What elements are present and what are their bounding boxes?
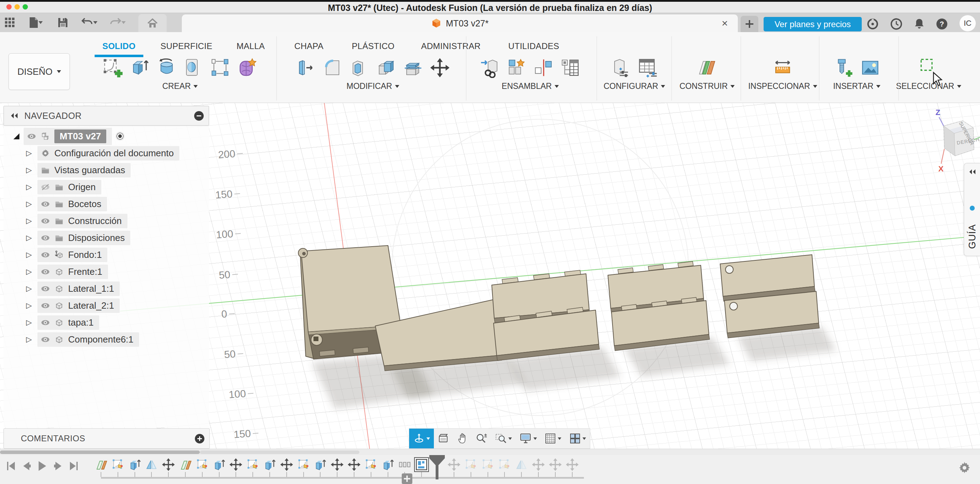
timeline-feature-mirror[interactable] <box>145 458 158 471</box>
new-tab-button[interactable] <box>741 16 758 32</box>
orbit-button[interactable] <box>409 428 434 448</box>
grid-settings-button[interactable] <box>541 428 565 448</box>
timeline-feature-move[interactable] <box>280 458 293 471</box>
expand-arrow-icon[interactable]: ▷ <box>25 149 33 157</box>
timeline-feature-move-suppressed[interactable] <box>531 458 545 471</box>
box-lid[interactable] <box>301 246 401 332</box>
notifications-bell-icon[interactable] <box>912 17 926 31</box>
timeline-group-expand-button[interactable] <box>402 473 412 484</box>
insert-fastener-icon[interactable] <box>833 57 854 78</box>
extrude-icon[interactable] <box>130 57 150 78</box>
timeline-feature-extrude[interactable] <box>313 458 327 471</box>
visibility-eye-icon[interactable] <box>27 132 37 141</box>
tab-superficie[interactable]: SUPERFICIE <box>160 41 212 51</box>
group-label-insertar[interactable]: INSERTAR <box>833 81 880 91</box>
look-at-button[interactable] <box>434 428 453 448</box>
tree-row[interactable]: ▷Lateral_2:1 <box>3 297 209 314</box>
collapse-icon[interactable] <box>968 168 977 175</box>
document-tab[interactable]: MT03 v27* × <box>182 14 738 32</box>
display-settings-button[interactable] <box>516 428 541 448</box>
guide-panel-tab[interactable]: GUÍA <box>964 163 980 256</box>
user-avatar[interactable]: IC <box>959 15 976 32</box>
file-menu-button[interactable] <box>25 16 46 30</box>
timeline-feature-move[interactable] <box>229 458 243 471</box>
go-to-start-button[interactable] <box>4 459 18 473</box>
visibility-eye-icon[interactable] <box>41 318 50 327</box>
zoom-window-button[interactable] <box>491 428 516 448</box>
extensions-icon[interactable] <box>865 17 880 31</box>
group-label-seleccionar[interactable]: SELECCIONAR <box>896 81 961 91</box>
group-label-configurar[interactable]: CONFIGURAR <box>604 81 665 91</box>
step-forward-button[interactable] <box>51 459 65 473</box>
expand-arrow-icon[interactable]: ▷ <box>25 200 33 208</box>
timeline-feature-sketch[interactable] <box>297 458 310 471</box>
group-label-inspeccionar[interactable]: INSPECCIONAR <box>748 81 817 91</box>
timeline-feature-plane[interactable] <box>179 458 192 471</box>
bom-table-icon[interactable] <box>560 57 581 78</box>
visibility-eye-icon[interactable] <box>41 301 50 311</box>
laser-cut-parts[interactable] <box>298 246 819 371</box>
timeline-feature-mirror-suppressed[interactable] <box>515 458 528 471</box>
timeline-feature-move-suppressed[interactable] <box>549 458 562 471</box>
visibility-eye-icon[interactable] <box>41 233 50 243</box>
collapse-icon[interactable] <box>10 112 19 120</box>
joint-icon[interactable] <box>533 57 554 78</box>
tree-row-root[interactable]: MT03 v27 <box>3 128 209 144</box>
undo-icon[interactable] <box>78 16 100 30</box>
timeline-feature-move[interactable] <box>162 458 175 471</box>
visibility-eye-icon[interactable] <box>41 199 50 209</box>
timeline-feature-extrude[interactable] <box>381 458 395 471</box>
zoom-button[interactable] <box>472 428 491 448</box>
go-to-end-button[interactable] <box>67 459 81 473</box>
pattern-icon[interactable] <box>210 57 231 78</box>
design-workspace-dropdown[interactable]: DISEÑO <box>8 53 70 90</box>
insert-image-icon[interactable] <box>860 57 880 78</box>
viewports-button[interactable] <box>565 428 590 448</box>
help-icon[interactable]: ? <box>935 17 949 31</box>
insert-derive-icon[interactable] <box>480 57 500 78</box>
visibility-eye-icon[interactable] <box>41 284 50 294</box>
scrollbar-thumb[interactable] <box>0 451 200 454</box>
timeline-feature-sketch[interactable] <box>196 458 209 471</box>
press-pull-icon[interactable] <box>296 57 316 78</box>
job-status-clock-icon[interactable] <box>889 17 904 31</box>
fillet-icon[interactable] <box>322 57 343 78</box>
timeline-playhead-stem[interactable] <box>436 458 439 479</box>
shell-icon[interactable] <box>349 57 370 78</box>
timeline-feature-extrude[interactable] <box>263 458 277 471</box>
add-comment-button[interactable] <box>195 434 204 443</box>
configuration-table-icon[interactable] <box>638 57 658 78</box>
visibility-eye-icon[interactable] <box>41 182 50 192</box>
tab-malla[interactable]: MALLA <box>237 41 265 51</box>
group-label-crear[interactable]: CREAR <box>162 81 198 91</box>
move-copy-icon[interactable] <box>430 57 450 78</box>
expand-arrow-icon[interactable]: ▷ <box>25 251 33 259</box>
timeline-feature-move[interactable] <box>347 458 361 471</box>
redo-icon[interactable] <box>107 16 129 30</box>
visibility-eye-icon[interactable] <box>41 335 50 344</box>
expand-arrow-icon[interactable]: ▷ <box>25 318 33 327</box>
home-tab[interactable] <box>138 14 167 32</box>
tree-row[interactable]: ▷Origen <box>3 178 209 195</box>
visibility-eye-icon[interactable] <box>41 216 50 226</box>
tree-row[interactable]: ▷Vistas guardadas <box>3 162 209 178</box>
tree-row[interactable]: ▷Lateral_1:1 <box>3 280 209 297</box>
timeline-feature-extrude[interactable] <box>128 458 142 471</box>
timeline-feature-pattern[interactable] <box>398 458 411 471</box>
timeline-feature-sketch[interactable] <box>364 458 378 471</box>
tab-utilidades[interactable]: UTILIDADES <box>508 41 559 51</box>
close-tab-icon[interactable]: × <box>719 17 731 29</box>
split-body-icon[interactable] <box>403 57 423 78</box>
create-form-icon[interactable] <box>237 57 257 78</box>
timeline-feature-sketch[interactable] <box>111 458 125 471</box>
combine-icon[interactable] <box>376 57 396 78</box>
measure-icon[interactable] <box>772 57 793 78</box>
timeline-feature-sketch-suppressed[interactable] <box>481 458 495 471</box>
visibility-eye-icon[interactable] <box>41 267 50 276</box>
tree-row[interactable]: ▷Bocetos <box>3 195 209 213</box>
tree-row[interactable]: ▷Fondo:1 <box>3 246 209 263</box>
new-component-icon[interactable] <box>507 57 527 78</box>
expand-arrow-icon[interactable]: ▷ <box>25 267 33 276</box>
view-plans-button[interactable]: Ver planes y precios <box>764 17 862 32</box>
tab-solido[interactable]: SOLIDO <box>102 41 135 51</box>
